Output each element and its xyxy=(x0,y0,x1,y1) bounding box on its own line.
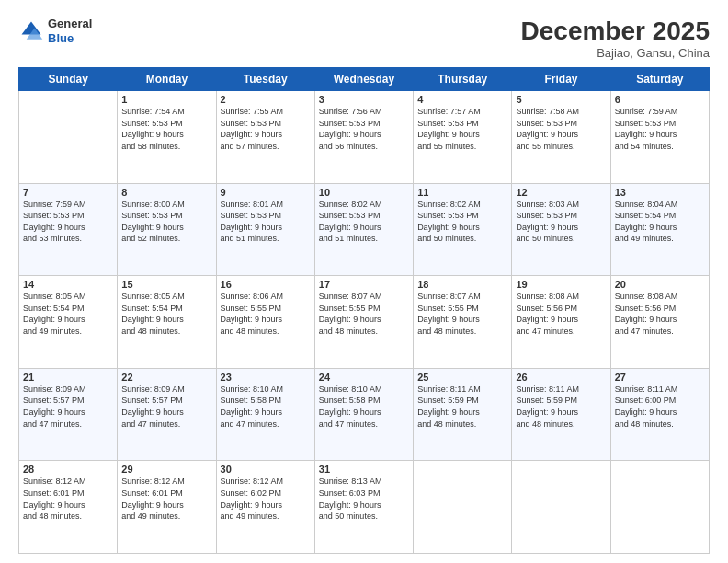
calendar-cell: 31Sunrise: 8:13 AM Sunset: 6:03 PM Dayli… xyxy=(314,461,413,554)
day-number: 25 xyxy=(417,372,507,383)
day-number: 2 xyxy=(221,94,311,105)
logo-text: General Blue xyxy=(48,17,92,45)
day-info: Sunrise: 8:12 AM Sunset: 6:02 PM Dayligh… xyxy=(221,476,311,522)
calendar-cell: 7Sunrise: 7:59 AM Sunset: 5:53 PM Daylig… xyxy=(19,183,118,276)
calendar-cell: 13Sunrise: 8:04 AM Sunset: 5:54 PM Dayli… xyxy=(610,183,709,276)
calendar: SundayMondayTuesdayWednesdayThursdayFrid… xyxy=(18,67,710,554)
day-number: 16 xyxy=(221,279,311,290)
week-row-2: 14Sunrise: 8:05 AM Sunset: 5:54 PM Dayli… xyxy=(19,276,710,369)
day-info: Sunrise: 8:03 AM Sunset: 5:53 PM Dayligh… xyxy=(516,199,606,245)
day-number: 26 xyxy=(516,372,606,383)
day-info: Sunrise: 8:07 AM Sunset: 5:55 PM Dayligh… xyxy=(417,291,507,337)
day-info: Sunrise: 8:09 AM Sunset: 5:57 PM Dayligh… xyxy=(23,384,113,430)
calendar-cell: 26Sunrise: 8:11 AM Sunset: 5:59 PM Dayli… xyxy=(512,368,610,461)
calendar-cell: 14Sunrise: 8:05 AM Sunset: 5:54 PM Dayli… xyxy=(19,276,118,369)
day-info: Sunrise: 7:56 AM Sunset: 5:53 PM Dayligh… xyxy=(319,106,409,152)
day-number: 12 xyxy=(516,187,606,198)
calendar-cell: 27Sunrise: 8:11 AM Sunset: 6:00 PM Dayli… xyxy=(610,368,709,461)
day-info: Sunrise: 8:08 AM Sunset: 5:56 PM Dayligh… xyxy=(516,291,606,337)
location: Bajiao, Gansu, China xyxy=(521,46,710,60)
logo-icon xyxy=(18,18,44,44)
calendar-cell: 22Sunrise: 8:09 AM Sunset: 5:57 PM Dayli… xyxy=(118,368,216,461)
day-number: 5 xyxy=(516,94,606,105)
day-info: Sunrise: 8:02 AM Sunset: 5:53 PM Dayligh… xyxy=(417,199,507,245)
day-info: Sunrise: 8:11 AM Sunset: 6:00 PM Dayligh… xyxy=(615,384,705,430)
day-number: 21 xyxy=(23,372,113,383)
day-info: Sunrise: 7:57 AM Sunset: 5:53 PM Dayligh… xyxy=(417,106,507,152)
calendar-cell: 10Sunrise: 8:02 AM Sunset: 5:53 PM Dayli… xyxy=(314,183,413,276)
calendar-cell: 18Sunrise: 8:07 AM Sunset: 5:55 PM Dayli… xyxy=(414,276,512,369)
day-info: Sunrise: 8:00 AM Sunset: 5:53 PM Dayligh… xyxy=(121,199,211,245)
month-title: December 2025 xyxy=(521,17,710,46)
calendar-header-row: SundayMondayTuesdayWednesdayThursdayFrid… xyxy=(19,68,710,91)
calendar-cell: 23Sunrise: 8:10 AM Sunset: 5:58 PM Dayli… xyxy=(216,368,314,461)
calendar-cell: 5Sunrise: 7:58 AM Sunset: 5:53 PM Daylig… xyxy=(512,91,610,184)
calendar-cell: 11Sunrise: 8:02 AM Sunset: 5:53 PM Dayli… xyxy=(414,183,512,276)
calendar-cell: 29Sunrise: 8:12 AM Sunset: 6:01 PM Dayli… xyxy=(118,461,216,554)
calendar-cell: 6Sunrise: 7:59 AM Sunset: 5:53 PM Daylig… xyxy=(610,91,709,184)
week-row-3: 21Sunrise: 8:09 AM Sunset: 5:57 PM Dayli… xyxy=(19,368,710,461)
calendar-cell: 9Sunrise: 8:01 AM Sunset: 5:53 PM Daylig… xyxy=(216,183,314,276)
week-row-4: 28Sunrise: 8:12 AM Sunset: 6:01 PM Dayli… xyxy=(19,461,710,554)
day-number: 27 xyxy=(615,372,705,383)
day-number: 14 xyxy=(23,279,113,290)
day-info: Sunrise: 8:11 AM Sunset: 5:59 PM Dayligh… xyxy=(516,384,606,430)
day-number: 17 xyxy=(319,279,409,290)
calendar-cell: 30Sunrise: 8:12 AM Sunset: 6:02 PM Dayli… xyxy=(216,461,314,554)
day-number: 8 xyxy=(121,187,211,198)
day-info: Sunrise: 8:09 AM Sunset: 5:57 PM Dayligh… xyxy=(121,384,211,430)
col-header-wednesday: Wednesday xyxy=(314,68,413,91)
col-header-sunday: Sunday xyxy=(19,68,118,91)
day-info: Sunrise: 8:11 AM Sunset: 5:59 PM Dayligh… xyxy=(417,384,507,430)
day-number: 29 xyxy=(121,464,211,475)
day-info: Sunrise: 7:58 AM Sunset: 5:53 PM Dayligh… xyxy=(516,106,606,152)
col-header-saturday: Saturday xyxy=(610,68,709,91)
day-number: 1 xyxy=(121,94,211,105)
calendar-cell: 12Sunrise: 8:03 AM Sunset: 5:53 PM Dayli… xyxy=(512,183,610,276)
day-number: 24 xyxy=(319,372,409,383)
day-info: Sunrise: 8:10 AM Sunset: 5:58 PM Dayligh… xyxy=(221,384,311,430)
day-number: 30 xyxy=(221,464,311,475)
day-info: Sunrise: 8:12 AM Sunset: 6:01 PM Dayligh… xyxy=(121,476,211,522)
week-row-0: 1Sunrise: 7:54 AM Sunset: 5:53 PM Daylig… xyxy=(19,91,710,184)
day-number: 11 xyxy=(417,187,507,198)
calendar-cell: 15Sunrise: 8:05 AM Sunset: 5:54 PM Dayli… xyxy=(118,276,216,369)
day-number: 28 xyxy=(23,464,113,475)
day-number: 23 xyxy=(221,372,311,383)
day-info: Sunrise: 8:07 AM Sunset: 5:55 PM Dayligh… xyxy=(319,291,409,337)
day-info: Sunrise: 8:02 AM Sunset: 5:53 PM Dayligh… xyxy=(319,199,409,245)
day-info: Sunrise: 8:13 AM Sunset: 6:03 PM Dayligh… xyxy=(319,476,409,522)
calendar-cell xyxy=(512,461,610,554)
calendar-cell xyxy=(610,461,709,554)
day-number: 7 xyxy=(23,187,113,198)
day-number: 10 xyxy=(319,187,409,198)
day-info: Sunrise: 7:55 AM Sunset: 5:53 PM Dayligh… xyxy=(221,106,311,152)
day-number: 13 xyxy=(615,187,705,198)
day-number: 6 xyxy=(615,94,705,105)
day-number: 31 xyxy=(319,464,409,475)
calendar-cell: 28Sunrise: 8:12 AM Sunset: 6:01 PM Dayli… xyxy=(19,461,118,554)
calendar-cell: 20Sunrise: 8:08 AM Sunset: 5:56 PM Dayli… xyxy=(610,276,709,369)
col-header-tuesday: Tuesday xyxy=(216,68,314,91)
col-header-thursday: Thursday xyxy=(414,68,512,91)
calendar-cell xyxy=(414,461,512,554)
calendar-cell: 2Sunrise: 7:55 AM Sunset: 5:53 PM Daylig… xyxy=(216,91,314,184)
day-number: 20 xyxy=(615,279,705,290)
col-header-monday: Monday xyxy=(118,68,216,91)
week-row-1: 7Sunrise: 7:59 AM Sunset: 5:53 PM Daylig… xyxy=(19,183,710,276)
day-info: Sunrise: 8:05 AM Sunset: 5:54 PM Dayligh… xyxy=(23,291,113,337)
logo: General Blue xyxy=(18,17,92,45)
day-info: Sunrise: 8:08 AM Sunset: 5:56 PM Dayligh… xyxy=(615,291,705,337)
calendar-cell: 3Sunrise: 7:56 AM Sunset: 5:53 PM Daylig… xyxy=(314,91,413,184)
day-info: Sunrise: 7:54 AM Sunset: 5:53 PM Dayligh… xyxy=(121,106,211,152)
logo-blue-text: Blue xyxy=(48,31,92,46)
calendar-cell: 25Sunrise: 8:11 AM Sunset: 5:59 PM Dayli… xyxy=(414,368,512,461)
day-info: Sunrise: 8:12 AM Sunset: 6:01 PM Dayligh… xyxy=(23,476,113,522)
day-number: 3 xyxy=(319,94,409,105)
day-info: Sunrise: 8:04 AM Sunset: 5:54 PM Dayligh… xyxy=(615,199,705,245)
day-info: Sunrise: 8:06 AM Sunset: 5:55 PM Dayligh… xyxy=(221,291,311,337)
day-info: Sunrise: 8:01 AM Sunset: 5:53 PM Dayligh… xyxy=(221,199,311,245)
calendar-cell xyxy=(19,91,118,184)
day-number: 19 xyxy=(516,279,606,290)
calendar-cell: 16Sunrise: 8:06 AM Sunset: 5:55 PM Dayli… xyxy=(216,276,314,369)
